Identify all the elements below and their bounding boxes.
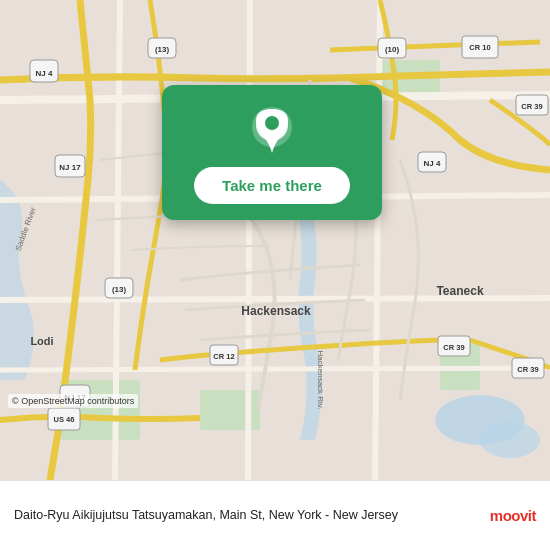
hackensack-label: Hackensack [241, 304, 311, 318]
svg-text:(10): (10) [385, 45, 400, 54]
svg-text:(13): (13) [112, 285, 127, 294]
bottom-bar: Daito-Ryu Aikijujutsu Tatsuyamakan, Main… [0, 480, 550, 550]
svg-text:CR 10: CR 10 [469, 43, 490, 52]
svg-text:CR 39: CR 39 [517, 365, 538, 374]
svg-text:CR 39: CR 39 [521, 102, 542, 111]
svg-text:US 46: US 46 [54, 415, 75, 424]
svg-line-12 [248, 0, 250, 480]
hackensack-river-label: Hackensack Riv. [316, 351, 325, 410]
map-container: NJ 4 NJ 17 NJ 17 (13) (13) (10) CR 10 NJ… [0, 0, 550, 480]
svg-text:CR 39: CR 39 [443, 343, 464, 352]
map-svg: NJ 4 NJ 17 NJ 17 (13) (13) (10) CR 10 NJ… [0, 0, 550, 480]
popup-card[interactable]: Take me there [162, 85, 382, 220]
svg-line-10 [0, 368, 550, 370]
osm-attribution: © OpenStreetMap contributors [8, 394, 138, 408]
svg-text:NJ 4: NJ 4 [36, 69, 53, 78]
location-pin-icon [250, 105, 294, 157]
svg-text:(13): (13) [155, 45, 170, 54]
teaneck-label: Teaneck [436, 284, 483, 298]
svg-text:CR 12: CR 12 [213, 352, 234, 361]
location-name: Daito-Ryu Aikijujutsu Tatsuyamakan, Main… [14, 507, 398, 525]
svg-text:NJ 17: NJ 17 [59, 163, 81, 172]
take-me-there-button[interactable]: Take me there [194, 167, 350, 204]
lodi-label: Lodi [30, 335, 53, 347]
moovit-logo-text: moovit [490, 507, 536, 524]
moovit-logo: moovit [466, 507, 536, 524]
svg-point-2 [480, 422, 540, 458]
svg-point-43 [265, 116, 279, 130]
svg-text:NJ 4: NJ 4 [424, 159, 441, 168]
